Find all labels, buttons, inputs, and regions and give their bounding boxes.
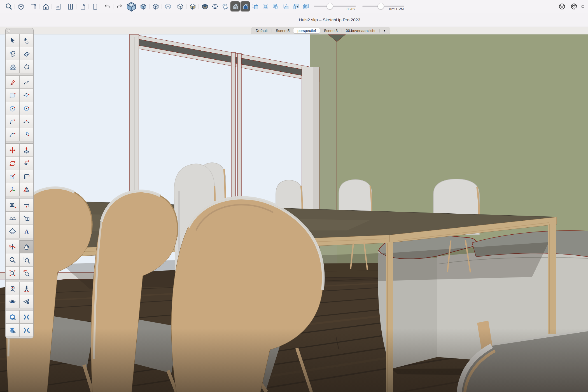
house-solid-toggle[interactable] [241, 1, 250, 11]
scene-tab-00-bovenaanzicht[interactable]: 00.bovenaanzicht [342, 28, 379, 33]
offset-tool[interactable] [20, 170, 33, 183]
eraser-tool[interactable] [20, 47, 33, 60]
scene-tab-perspectief[interactable]: perspectief [293, 28, 320, 33]
text-tool[interactable]: A [20, 212, 33, 225]
doc-blank-button[interactable] [90, 1, 99, 11]
zoom-tool[interactable] [6, 253, 19, 266]
house-xray-toggle[interactable] [230, 1, 240, 11]
box-shaded-icon [140, 3, 147, 10]
components-tool[interactable] [6, 60, 19, 73]
follow-me-tool[interactable] [20, 157, 33, 170]
style-hidden-line-button[interactable] [176, 1, 185, 11]
style-textured-button[interactable] [200, 1, 209, 11]
copy-5-icon [292, 3, 299, 10]
zoom-icon [9, 256, 16, 264]
polygon-tool[interactable] [20, 102, 33, 115]
extension-tool-4[interactable] [20, 324, 33, 337]
style-shaded-button[interactable] [139, 1, 148, 11]
move-tool[interactable] [6, 144, 19, 157]
section-plane-tool[interactable]: CA-B [6, 225, 19, 238]
walk-tool[interactable] [20, 282, 33, 295]
zoom-window-tool[interactable] [20, 253, 33, 266]
two-point-arc-tool[interactable] [20, 115, 33, 128]
3d-text-tool[interactable]: A [20, 225, 33, 238]
scale-tool[interactable] [6, 170, 19, 183]
push-pull-tool[interactable] [20, 144, 33, 157]
palette-close-button[interactable] [7, 29, 10, 32]
arc-tool[interactable] [6, 115, 19, 128]
style-monochrome-button[interactable] [188, 1, 197, 11]
pan-tool[interactable] [20, 240, 33, 253]
axes-tool[interactable] [6, 183, 19, 196]
toolbar-right-group [557, 1, 584, 11]
shadow-time-slider: 02:11 PM [362, 2, 404, 11]
tape-measure-tool[interactable] [6, 199, 19, 211]
select-tool[interactable] [6, 34, 19, 47]
orbit-tool[interactable] [6, 240, 19, 253]
extension-layers-tool[interactable] [6, 324, 19, 337]
doc-blank-icon [91, 3, 99, 10]
redo-button[interactable] [115, 1, 124, 11]
shadow-date-slider-track[interactable] [314, 6, 356, 7]
flip-tool[interactable] [20, 183, 33, 196]
tag-tool[interactable] [20, 60, 33, 73]
style-wireframe-button[interactable] [163, 1, 172, 11]
extension-inspector-tool[interactable] [6, 311, 19, 323]
field-of-view-tool[interactable] [20, 295, 33, 308]
line-tool[interactable] [6, 76, 19, 88]
toolbar-separator [186, 4, 186, 9]
section-compass-button[interactable]: CA-B [210, 1, 220, 11]
pie-tool[interactable] [20, 128, 33, 141]
section-cut-button[interactable] [220, 1, 230, 11]
shadow-time-slider-track[interactable] [362, 6, 404, 7]
scene-tabs-overflow-button[interactable]: ▼ [380, 28, 389, 33]
vray-extension-button[interactable] [557, 1, 566, 11]
box-textured-icon [201, 3, 209, 10]
style-xray-button[interactable] [151, 1, 160, 11]
viewport-3d-scene[interactable] [0, 34, 588, 392]
doc-corner-button[interactable] [78, 1, 87, 11]
paste-l-button[interactable] [281, 1, 290, 11]
rotate-tool[interactable] [6, 157, 19, 170]
toolbar-separator [113, 4, 113, 9]
three-point-arc-tool[interactable] [6, 128, 19, 141]
scene-tab-scene-5[interactable]: Scene 5 [272, 28, 294, 33]
ext-inspect-icon [9, 313, 16, 321]
paint-bucket-tool[interactable] [6, 47, 19, 60]
colors-panel-button[interactable] [569, 1, 578, 11]
position-camera-tool[interactable] [6, 282, 19, 295]
paste-in-place-button[interactable] [261, 1, 270, 11]
undo-button[interactable] [102, 1, 112, 11]
ext-x2-icon [23, 326, 30, 334]
nested-copy-button[interactable] [301, 1, 310, 11]
look-around-tool[interactable] [6, 295, 19, 308]
scene-tab-default[interactable]: Default [252, 28, 272, 33]
scene-tab-scene-3[interactable]: Scene 3 [320, 28, 342, 33]
rotated-rectangle-tool[interactable] [20, 89, 33, 102]
copy-selection-button[interactable] [251, 1, 260, 11]
shadow-time-slider-knob[interactable] [378, 3, 384, 9]
home-button[interactable] [41, 1, 50, 11]
doc-house-button[interactable] [53, 1, 62, 11]
search-button[interactable] [4, 1, 13, 11]
freehand-tool[interactable] [20, 76, 33, 88]
protractor-tool[interactable] [6, 212, 19, 225]
dimension-tool[interactable] [20, 199, 33, 211]
zoom-extents-tool[interactable] [6, 267, 19, 279]
group-cutout-button[interactable] [271, 1, 280, 11]
lasso-tool[interactable] [20, 34, 33, 47]
circle-tool[interactable] [6, 102, 19, 115]
rectangle-tool[interactable] [6, 89, 19, 102]
viewport[interactable] [0, 34, 588, 392]
zoom-previous-tool[interactable] [20, 267, 33, 279]
shadow-date-slider-knob[interactable] [327, 3, 333, 9]
doc-columns-button[interactable] [66, 1, 75, 11]
clipped-toolbar-button[interactable] [581, 1, 584, 11]
window-pane-button[interactable] [29, 1, 38, 11]
view-shaded-textures-button[interactable] [125, 1, 138, 11]
model-box-button[interactable] [16, 1, 25, 11]
extension-tool-2[interactable] [20, 311, 33, 323]
house-solid-icon [242, 3, 249, 10]
orbit-icon [9, 243, 16, 251]
duplicate-pages-button[interactable] [291, 1, 300, 11]
